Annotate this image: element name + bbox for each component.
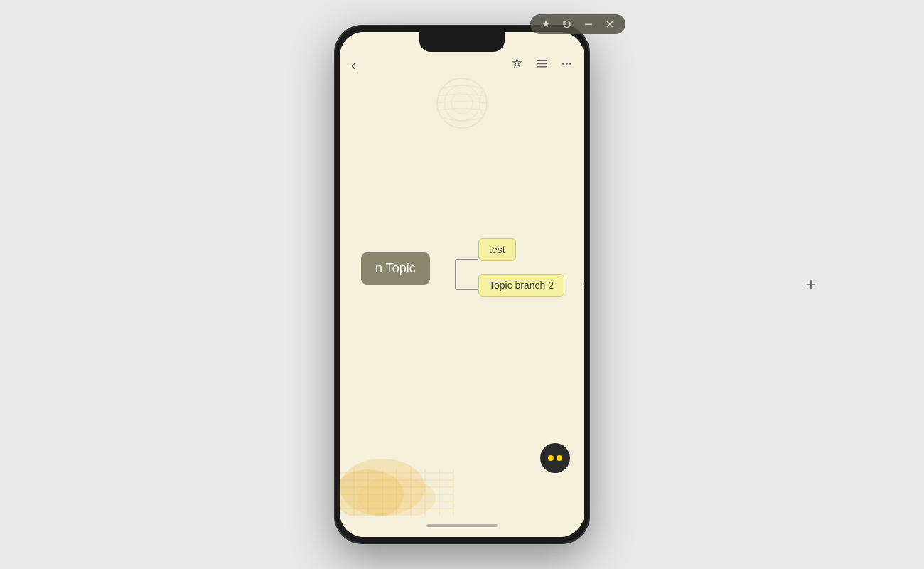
phone-side-button-2	[589, 203, 590, 238]
close-window-button[interactable]	[604, 18, 616, 30]
svg-point-8	[569, 63, 571, 65]
test-node-label: test	[489, 244, 505, 255]
central-topic-label: n Topic	[375, 261, 416, 275]
more-icon[interactable]	[561, 58, 573, 73]
window-controls-bar	[530, 14, 625, 34]
ai-eye-right	[557, 455, 562, 461]
mindmap-area: n Topic test Topic branch 2	[340, 32, 584, 537]
phone-side-button-1	[589, 153, 590, 188]
screen-header: ‹	[340, 32, 584, 75]
screen-content: ‹	[340, 32, 584, 537]
branch2-node[interactable]: Topic branch 2	[478, 274, 564, 297]
ai-assistant-button[interactable]	[540, 443, 570, 473]
svg-point-7	[566, 63, 568, 65]
right-arrow-hint[interactable]: ›	[582, 279, 584, 290]
branch2-node-label: Topic branch 2	[489, 280, 554, 291]
central-topic-node[interactable]: n Topic	[361, 252, 430, 284]
pin-icon[interactable]	[511, 58, 523, 73]
test-node[interactable]: test	[478, 238, 516, 261]
add-button[interactable]: +	[806, 275, 816, 294]
svg-rect-0	[585, 24, 592, 26]
minimize-window-button[interactable]	[583, 18, 594, 30]
phone-frame: ‹	[334, 25, 590, 544]
list-icon[interactable]	[536, 58, 548, 73]
phone-screen: ‹	[340, 32, 584, 537]
ai-eye-left	[548, 455, 554, 461]
header-icons	[511, 58, 573, 73]
star-window-button[interactable]	[540, 18, 552, 30]
svg-point-6	[562, 63, 564, 65]
back-button[interactable]: ‹	[351, 57, 356, 73]
undo-window-button[interactable]	[562, 18, 573, 30]
home-indicator	[426, 524, 498, 527]
ai-eyes	[548, 455, 562, 461]
